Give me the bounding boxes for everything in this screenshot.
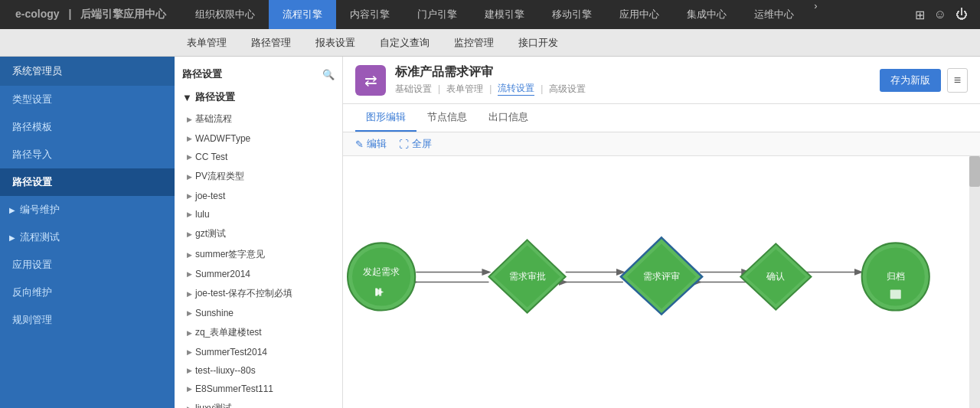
bc-base[interactable]: 基础设置 [395, 83, 432, 96]
detail-icon: ⇄ [355, 65, 386, 96]
tree-item-sunshine[interactable]: ▶Sunshine [175, 304, 342, 322]
sidebar-item-app-settings[interactable]: 应用设置 [0, 251, 175, 279]
tree-item-3[interactable]: ▶PV流程类型 [175, 166, 342, 187]
sidebar-item-reverse[interactable]: 反向维护 [0, 279, 175, 306]
tree-item-11[interactable]: ▶zq_表单建楼test [175, 322, 342, 343]
tree-item-15[interactable]: ▶liuxy测试 [175, 398, 342, 408]
sidebar-item-import[interactable]: 路径导入 [0, 141, 175, 168]
svg-text:需求评审: 需求评审 [643, 271, 680, 282]
tree-root-section[interactable]: ▼ 路径设置 [175, 86, 342, 109]
tree-root-arrow: ▼ [182, 92, 192, 103]
flow-icon-symbol: ⇄ [364, 71, 377, 90]
tree-title: 路径设置 [182, 67, 222, 81]
list-view-button[interactable]: ≡ [947, 68, 968, 93]
brand-subtitle: 后端引擎应用中心 [80, 8, 166, 20]
tab-mobile[interactable]: 移动引擎 [538, 0, 606, 29]
fullscreen-label: 全屏 [412, 137, 432, 151]
svg-text:发起需求: 发起需求 [363, 266, 400, 277]
sidebar-item-path-settings[interactable]: 路径设置 [0, 168, 175, 196]
edit-icon: ✎ [355, 139, 364, 150]
top-nav-right-icons: ⊞ ☺ ⏻ [915, 8, 980, 22]
vertical-scrollbar[interactable] [969, 156, 980, 408]
tree-search-icon[interactable]: 🔍 [322, 69, 335, 80]
logo-separator: | [68, 8, 71, 20]
flow-diagram: 发起需求 需求审批 需求评审 [343, 156, 980, 408]
sidebar-user: 系统管理员 [0, 57, 175, 86]
sidebar-item-type[interactable]: 类型设置 [0, 86, 175, 113]
tab-node-info[interactable]: 节点信息 [416, 104, 478, 132]
tab-content[interactable]: 内容引擎 [336, 0, 403, 29]
tab-org[interactable]: 组织权限中心 [181, 0, 269, 29]
bc-form[interactable]: 表单管理 [446, 83, 483, 96]
second-nav-paths[interactable]: 路径管理 [239, 29, 303, 57]
top-nav-bar: e-cology | 后端引擎应用中心 组织权限中心 流程引擎 内容引擎 门户引… [0, 0, 980, 29]
tree-panel: 路径设置 🔍 ▼ 路径设置 ▶基础流程 ▶WADWFType ▶CC Test … [175, 57, 343, 408]
tree-item-5[interactable]: ▶lulu [175, 205, 342, 224]
sidebar-item-template[interactable]: 路径模板 [0, 113, 175, 141]
sidebar-item-flow-test[interactable]: ▶ 流程测试 [0, 224, 175, 251]
detail-title-block: 标准产品需求评审 基础设置 | 表单管理 | 流转设置 | 高级设置 [395, 64, 586, 96]
second-nav-bar: 表单管理 路径管理 报表设置 自定义查询 监控管理 接口开发 [0, 29, 980, 57]
tree-item-2[interactable]: ▶CC Test [175, 148, 342, 166]
tab-apps[interactable]: 应用中心 [606, 0, 673, 29]
tree-item-9[interactable]: ▶joe-test-保存不控制必填 [175, 283, 342, 304]
brand-name: e-cology [15, 8, 60, 20]
bc-flow[interactable]: 流转设置 [498, 82, 534, 96]
svg-rect-25 [890, 290, 901, 299]
user-icon[interactable]: ☺ [934, 8, 946, 21]
logo: e-cology | 后端引擎应用中心 [0, 8, 181, 21]
second-nav-query[interactable]: 自定义查询 [368, 29, 442, 57]
bc-advanced[interactable]: 高级设置 [549, 83, 586, 96]
detail-header-right: 存为新版 ≡ [880, 68, 968, 93]
flow-canvas: 发起需求 需求审批 需求评审 [343, 156, 980, 408]
edit-toolbar: ✎ 编辑 ⛶ 全屏 [343, 132, 980, 156]
tree-item-7[interactable]: ▶summer签字意见 [175, 244, 342, 265]
scroll-thumb[interactable] [969, 156, 980, 187]
main-layout: 系统管理员 类型设置 路径模板 路径导入 路径设置 ▶ 编号维护 ▶ 流程测试 … [0, 57, 980, 408]
tab-model[interactable]: 建模引擎 [471, 0, 538, 29]
tree-item-4[interactable]: ▶joe-test [175, 187, 342, 205]
second-nav-monitor[interactable]: 监控管理 [442, 29, 506, 57]
power-icon[interactable]: ⏻ [956, 8, 968, 21]
tree-root-label: 路径设置 [195, 90, 235, 104]
tab-flow[interactable]: 流程引擎 [269, 0, 336, 29]
tree-item-6[interactable]: ▶gzt测试 [175, 224, 342, 244]
grid-icon[interactable]: ⊞ [915, 8, 925, 22]
detail-tabs: 图形编辑 节点信息 出口信息 [343, 104, 980, 132]
edit-label: 编辑 [367, 137, 387, 151]
fullscreen-button[interactable]: ⛶ 全屏 [399, 137, 432, 151]
tree-item-0[interactable]: ▶基础流程 [175, 109, 342, 129]
tab-exit-info[interactable]: 出口信息 [478, 104, 539, 132]
svg-rect-11 [375, 289, 377, 296]
tree-item-14[interactable]: ▶E8SummerTest111 [175, 380, 342, 398]
tab-integration[interactable]: 集成中心 [673, 0, 740, 29]
sidebar-item-serial[interactable]: ▶ 编号维护 [0, 196, 175, 224]
tab-portal[interactable]: 门户引擎 [403, 0, 471, 29]
bc-sep-1: | [438, 83, 440, 94]
detail-breadcrumb: 基础设置 | 表单管理 | 流转设置 | 高级设置 [395, 82, 586, 96]
top-nav-tabs: 组织权限中心 流程引擎 内容引擎 门户引擎 建模引擎 移动引擎 应用中心 集成中… [181, 0, 823, 29]
save-new-version-button[interactable]: 存为新版 [880, 69, 941, 92]
sidebar-item-rules[interactable]: 规则管理 [0, 306, 175, 334]
detail-title: 标准产品需求评审 [395, 64, 586, 80]
tab-graph-edit[interactable]: 图形编辑 [355, 104, 416, 132]
nav-expand-btn[interactable]: › [808, 0, 823, 29]
sidebar: 系统管理员 类型设置 路径模板 路径导入 路径设置 ▶ 编号维护 ▶ 流程测试 … [0, 57, 175, 408]
tree-header: 路径设置 🔍 [175, 63, 342, 86]
svg-text:确认: 确认 [766, 271, 785, 282]
svg-text:归档: 归档 [887, 271, 905, 282]
fullscreen-icon: ⛶ [399, 139, 409, 150]
edit-button[interactable]: ✎ 编辑 [355, 137, 387, 151]
tree-item-1[interactable]: ▶WADWFType [175, 129, 342, 148]
tab-ops[interactable]: 运维中心 [740, 0, 808, 29]
svg-text:需求审批: 需求审批 [509, 271, 546, 282]
content-inner: 路径设置 🔍 ▼ 路径设置 ▶基础流程 ▶WADWFType ▶CC Test … [175, 57, 980, 408]
tree-item-12[interactable]: ▶SummerTest2014 [175, 343, 342, 361]
second-nav-forms[interactable]: 表单管理 [175, 29, 239, 57]
second-nav-api[interactable]: 接口开发 [506, 29, 570, 57]
bc-sep-2: | [489, 83, 492, 94]
tree-item-8[interactable]: ▶Summer2014 [175, 265, 342, 283]
second-nav-reports[interactable]: 报表设置 [303, 29, 368, 57]
bc-sep-3: | [541, 83, 543, 94]
tree-item-13[interactable]: ▶test--liuxy--80s [175, 361, 342, 380]
